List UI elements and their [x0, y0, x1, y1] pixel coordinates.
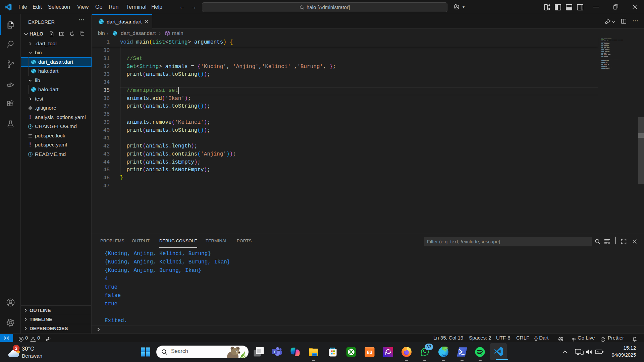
svg-text:83: 83 — [367, 349, 373, 355]
svg-text:3: 3 — [15, 346, 18, 351]
svg-text:T: T — [273, 350, 276, 354]
